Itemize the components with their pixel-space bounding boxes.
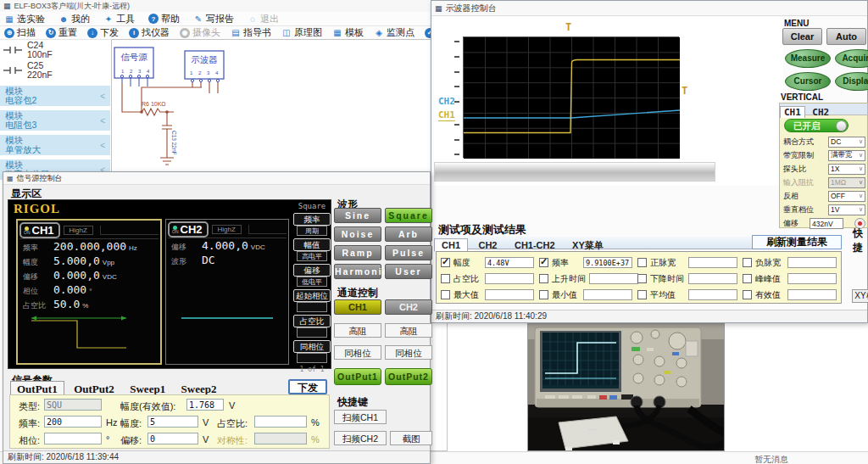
softkey-sub[interactable] <box>297 327 327 338</box>
channel-enabled-toggle[interactable]: 已开启 <box>784 119 849 132</box>
softkey-sub[interactable] <box>297 353 327 363</box>
display-button[interactable]: Display <box>835 72 868 91</box>
toolbar-button[interactable]: ↻ 重置 <box>46 26 77 39</box>
ch1-hiz-button[interactable]: 高阻 <box>334 323 381 338</box>
waveform-button[interactable]: Sine <box>334 208 381 223</box>
auto-button[interactable]: Auto <box>826 28 866 45</box>
measurement-value-input[interactable] <box>787 273 837 284</box>
channel-ch2-button[interactable]: CH2 <box>385 299 432 315</box>
xy-mode-button[interactable]: XY模式 <box>852 289 868 303</box>
measurement-checkbox[interactable] <box>743 290 752 299</box>
toolbar-button[interactable]: ◉ 摄像头 <box>180 26 220 39</box>
measurement-checkbox[interactable] <box>441 258 450 267</box>
field-freq-input[interactable]: 200 <box>44 416 102 428</box>
waveform-button[interactable]: Arb <box>385 226 432 242</box>
measurement-value-input[interactable] <box>787 257 837 268</box>
sidebar-module-item[interactable]: 模块电阻包3 < <box>0 110 110 131</box>
measurement-checkbox[interactable] <box>539 258 548 267</box>
sidebar-part-item[interactable]: C25220nF <box>0 60 110 81</box>
toolbar-button[interactable]: ◈ 监测点 <box>374 26 415 39</box>
softkey-main[interactable]: 频率 <box>293 213 331 226</box>
sweep-ch2-button[interactable]: 扫频CH2 <box>334 431 387 445</box>
field-phase-input[interactable] <box>44 433 102 444</box>
measure-button[interactable]: Measure <box>785 49 831 68</box>
send-params-button[interactable]: 下发 <box>288 379 327 394</box>
ch2-sync-phase-button[interactable]: 同相位 <box>385 345 432 360</box>
softkey-sub[interactable] <box>297 302 327 312</box>
measurement-value-input[interactable] <box>688 257 737 268</box>
softkey-sub[interactable]: 低电平 <box>297 277 327 287</box>
ch1-badge[interactable]: ON CH1 <box>19 222 60 238</box>
clear-button[interactable]: Clear <box>782 28 822 45</box>
setting-dropdown[interactable]: 满带宽 ∨ <box>828 150 865 161</box>
measurement-value-input[interactable]: 4.48V <box>485 257 534 268</box>
measurement-checkbox[interactable] <box>441 290 450 299</box>
measurement-value-input[interactable] <box>583 289 632 300</box>
waveform-button[interactable]: Ramp <box>334 245 381 260</box>
toolbar-button[interactable]: ▤ 指导书 <box>231 26 271 39</box>
waveform-button[interactable]: Noise <box>334 226 381 242</box>
softkey-main[interactable]: 同相位 <box>293 340 331 353</box>
softkey-main[interactable]: 偏移 <box>293 264 331 277</box>
field-rms-input[interactable]: 1.768 <box>186 399 224 411</box>
toolbar-button[interactable]: i 找仪器 <box>129 26 170 39</box>
setting-dropdown[interactable]: DC ∨ <box>828 137 865 148</box>
measurement-checkbox[interactable] <box>441 274 450 283</box>
offset-input[interactable]: 432nV <box>810 218 843 229</box>
menu-item[interactable]: ◌ 退出 <box>248 13 279 25</box>
cursor-button[interactable]: Cursor <box>785 72 831 91</box>
sweep-ch1-button[interactable]: 扫频CH1 <box>334 410 387 424</box>
measurement-checkbox[interactable] <box>539 290 548 299</box>
waveform-button[interactable]: Harmonic <box>334 264 381 279</box>
tab-vertical-ch1[interactable]: CH1 <box>780 106 805 118</box>
menu-item[interactable]: ? 帮助 <box>148 13 180 25</box>
toolbar-button[interactable]: ▦ 模板 <box>332 26 364 39</box>
waveform-button[interactable]: Square <box>385 208 432 223</box>
measurement-checkbox[interactable] <box>637 258 647 267</box>
softkey-sub[interactable]: 周期 <box>297 226 327 236</box>
setting-dropdown[interactable]: 1X ∨ <box>828 164 865 175</box>
softkey-sub[interactable]: 高电平 <box>297 251 327 261</box>
menu-item[interactable]: ✦ 工具 <box>103 13 135 25</box>
tab-results-ch2[interactable]: CH2 <box>471 239 504 251</box>
tab-results-ch1-ch2[interactable]: CH1-CH2 <box>508 239 562 251</box>
acquire-button[interactable]: Acquire <box>835 49 868 68</box>
measurement-value-input[interactable] <box>688 273 737 284</box>
measurement-checkbox[interactable] <box>637 290 647 299</box>
measurement-value-input[interactable] <box>485 289 534 300</box>
menu-item[interactable]: ☻ 我的 <box>58 13 90 25</box>
trigger-position-marker[interactable]: T <box>565 21 571 33</box>
measurement-value-input[interactable] <box>589 273 638 284</box>
field-amp-input[interactable]: 5 <box>147 416 198 428</box>
channel-ch1-button[interactable]: CH1 <box>334 299 381 315</box>
field-duty-input[interactable] <box>254 416 307 428</box>
menu-item[interactable]: ✎ 写报告 <box>193 13 234 25</box>
trigger-level-marker[interactable]: T <box>682 85 687 97</box>
ch1-sync-phase-button[interactable]: 同相位 <box>334 345 381 360</box>
softkey-main[interactable]: 起始相位 <box>293 289 331 302</box>
tab-results-ch1[interactable]: CH1 <box>434 238 468 252</box>
scope-title-bar[interactable]: ▦ 示波器控制台 <box>431 1 867 16</box>
setting-dropdown[interactable]: 1MΩ ∨ <box>828 177 865 188</box>
ch2-badge[interactable]: ON CH2 <box>168 221 209 238</box>
waveform-button[interactable]: Pulse <box>385 245 432 260</box>
tab-vertical-ch2[interactable]: CH2 <box>809 107 832 118</box>
measurement-value-input[interactable] <box>688 289 737 300</box>
softkey-main[interactable]: 占空比 <box>293 315 331 327</box>
refresh-results-button[interactable]: 刷新测量结果 <box>752 235 842 249</box>
waveform-button[interactable]: User <box>385 264 432 279</box>
setting-dropdown[interactable]: 1V ∨ <box>828 204 865 215</box>
measurement-value-input[interactable] <box>787 289 837 300</box>
scope-horizontal-scrollbar[interactable] <box>434 162 715 182</box>
measurement-value-input[interactable]: 9.9100E+37 <box>583 257 632 268</box>
measurement-checkbox[interactable] <box>743 274 752 283</box>
output2-button[interactable]: OutPut2 <box>385 368 432 385</box>
measurement-checkbox[interactable] <box>539 274 548 283</box>
softkey-main[interactable]: 幅值 <box>293 238 331 251</box>
sidebar-module-item[interactable]: 模块单管放大 < <box>0 135 110 155</box>
ch2-hiz-button[interactable]: 高阻 <box>385 323 432 338</box>
sidebar-module-item[interactable]: 模块电容包2 < <box>0 86 110 106</box>
toolbar-button[interactable]: ⊕ 扫描 <box>4 26 36 39</box>
snapshot-button[interactable]: 截图 <box>390 431 432 445</box>
toolbar-button[interactable]: ↓ 下发 <box>87 26 119 39</box>
